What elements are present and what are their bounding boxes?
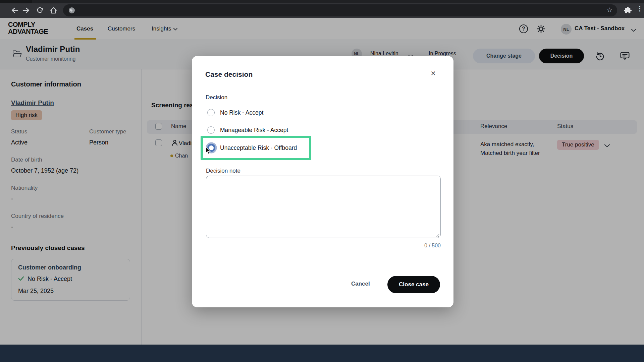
reload-icon[interactable]: [35, 5, 45, 15]
radio-option-no-risk[interactable]: No Risk - Accept: [207, 109, 263, 116]
decision-group-label: Decision: [206, 94, 227, 101]
mouse-cursor: [205, 146, 211, 156]
home-icon[interactable]: [48, 5, 58, 15]
back-icon[interactable]: [9, 5, 19, 15]
modal-title: Case decision: [205, 70, 253, 78]
radio-icon[interactable]: [207, 126, 215, 134]
close-case-button[interactable]: Close case: [387, 276, 440, 293]
browser-menu-icon[interactable]: ⋮: [637, 5, 643, 12]
radio-option-manageable-risk[interactable]: Manageable Risk - Accept: [207, 126, 288, 134]
forward-icon[interactable]: [21, 5, 32, 15]
radio-option-unacceptable-risk[interactable]: Unacceptable Risk - Offboard: [207, 144, 297, 152]
url-bar[interactable]: ☆: [63, 4, 617, 16]
char-counter: 0 / 500: [424, 243, 441, 249]
highlighted-option-box: Unacceptable Risk - Offboard: [201, 136, 311, 160]
cancel-button[interactable]: Cancel: [351, 281, 370, 287]
case-decision-modal: Case decision ✕ Decision No Risk - Accep…: [192, 56, 453, 307]
browser-tab[interactable]: [0, 0, 32, 3]
decision-note-label: Decision note: [206, 168, 240, 174]
browser-tab-strip: [0, 0, 644, 3]
bookmark-star-icon[interactable]: ☆: [607, 6, 612, 14]
close-icon[interactable]: ✕: [430, 69, 436, 77]
site-icon: [68, 7, 75, 14]
browser-toolbar: ☆ ⋮: [0, 0, 644, 18]
radio-icon[interactable]: [207, 109, 215, 116]
extensions-icon[interactable]: [624, 6, 632, 14]
decision-note-textarea[interactable]: [206, 176, 441, 238]
